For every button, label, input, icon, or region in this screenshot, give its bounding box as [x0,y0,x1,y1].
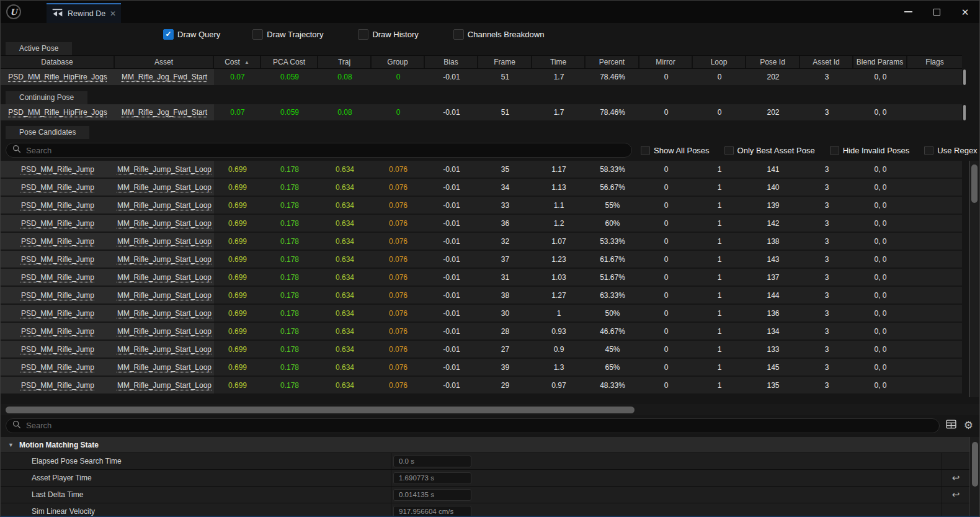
asset-link-cell[interactable]: PSD_MM_Rifle_Jump [1,377,115,393]
asset-link[interactable]: MM_Rifle_Jump_Start_Loop [117,219,212,228]
checkbox-only-best-asset-pose[interactable]: Only Best Asset Pose [724,146,815,155]
asset-link-cell[interactable]: MM_Rifle_Jump_Start_Loop [115,359,214,375]
checkbox-box[interactable] [641,146,650,155]
asset-link[interactable]: MM_Rifle_Jog_Fwd_Start [122,108,207,117]
asset-link-cell[interactable]: MM_Rifle_Jump_Start_Loop [115,215,214,232]
table-row[interactable]: PSD_MM_Rifle_JumpMM_Rifle_Jump_Start_Loo… [1,197,962,214]
asset-link-cell[interactable]: PSD_MM_Rifle_Jump [1,269,115,285]
database-link[interactable]: PSD_MM_Rifle_Jump [21,201,94,210]
asset-link[interactable]: MM_Rifle_Jump_Start_Loop [117,165,212,174]
candidates-scrollbar-thumb[interactable] [971,164,978,203]
checkbox-box[interactable] [724,146,734,155]
checkbox-box[interactable]: ✓ [163,29,174,40]
column-header-blend-params[interactable]: Blend Params [853,56,907,68]
table-row[interactable]: PSD_MM_Rifle_JumpMM_Rifle_Jump_Start_Loo… [1,359,962,375]
database-link[interactable]: PSD_MM_Rifle_Jump [21,237,94,246]
table-row[interactable]: PSD_MM_Rifle_JumpMM_Rifle_Jump_Start_Loo… [1,323,962,339]
asset-link[interactable]: MM_Rifle_Jump_Start_Loop [117,273,212,282]
column-header-cost[interactable]: Cost▲ [214,56,261,68]
asset-link[interactable]: MM_Rifle_Jump_Start_Loop [117,237,212,246]
motion-matching-state-header[interactable]: ▼ Motion Matching State [1,437,969,453]
table-row[interactable]: PSD_MM_Rifle_JumpMM_Rifle_Jump_Start_Loo… [1,215,962,232]
asset-link-cell[interactable]: PSD_MM_Rifle_HipFire_Jogs [1,69,115,85]
candidates-scrollbar-track[interactable] [969,161,979,397]
asset-link[interactable]: MM_Rifle_Jog_Fwd_Start [122,73,207,81]
column-header-loop[interactable]: Loop [693,56,746,68]
database-link[interactable]: PSD_MM_Rifle_Jump [21,327,94,336]
close-button[interactable]: ✕ [951,1,979,23]
database-link[interactable]: PSD_MM_Rifle_Jump [21,363,94,372]
asset-link-cell[interactable]: MM_Rifle_Jump_Start_Loop [115,287,214,303]
table-row[interactable]: PSD_MM_Rifle_JumpMM_Rifle_Jump_Start_Loo… [1,251,962,267]
tab-pose-candidates[interactable]: Pose Candidates [6,126,89,139]
database-link[interactable]: PSD_MM_Rifle_Jump [21,273,94,282]
column-header-traj[interactable]: Traj [318,56,372,68]
asset-link[interactable]: MM_Rifle_Jump_Start_Loop [117,345,212,354]
asset-link-cell[interactable]: MM_Rifle_Jump_Start_Loop [115,179,214,196]
horizontal-scrollbar-thumb[interactable] [6,407,635,413]
column-header-pca-cost[interactable]: PCA Cost [261,56,318,68]
asset-link-cell[interactable]: MM_Rifle_Jump_Start_Loop [115,305,214,321]
minimize-button[interactable] [894,1,922,23]
asset-link[interactable]: MM_Rifle_Jump_Start_Loop [117,291,212,300]
asset-link-cell[interactable]: PSD_MM_Rifle_Jump [1,161,115,178]
property-value-field[interactable]: 0.014135 s [393,489,471,501]
details-search-input[interactable] [26,421,933,430]
asset-link[interactable]: MM_Rifle_Jump_Start_Loop [117,201,212,210]
table-row[interactable]: PSD_MM_Rifle_JumpMM_Rifle_Jump_Start_Loo… [1,287,962,303]
asset-link[interactable]: MM_Rifle_Jump_Start_Loop [117,327,212,336]
asset-link[interactable]: MM_Rifle_Jump_Start_Loop [117,309,212,318]
column-header-bias[interactable]: Bias [425,56,478,68]
unreal-engine-logo[interactable]: U [6,4,21,19]
column-header-mirror[interactable]: Mirror [639,56,693,68]
asset-link-cell[interactable]: MM_Rifle_Jump_Start_Loop [115,377,214,393]
table-row[interactable]: PSD_MM_Rifle_HipFire_JogsMM_Rifle_Jog_Fw… [1,69,962,85]
checkbox-draw-history[interactable]: Draw History [358,29,418,40]
checkbox-box[interactable] [830,146,839,155]
checkbox-show-all-poses[interactable]: Show All Poses [641,146,710,155]
column-header-group[interactable]: Group [372,56,425,68]
database-link[interactable]: PSD_MM_Rifle_Jump [21,255,94,264]
database-link[interactable]: PSD_MM_Rifle_Jump [21,345,94,354]
asset-link-cell[interactable]: MM_Rifle_Jump_Start_Loop [115,197,214,214]
column-header-percent[interactable]: Percent [586,56,639,68]
asset-link[interactable]: MM_Rifle_Jump_Start_Loop [117,363,212,372]
column-header-flags[interactable]: Flags [907,56,962,68]
table-row[interactable]: PSD_MM_Rifle_JumpMM_Rifle_Jump_Start_Loo… [1,269,962,285]
asset-link-cell[interactable]: MM_Rifle_Jump_Start_Loop [115,161,214,178]
checkbox-box[interactable] [358,29,368,40]
asset-link-cell[interactable]: MM_Rifle_Jump_Start_Loop [115,269,214,285]
reset-to-default-icon[interactable]: ↩ [952,489,960,500]
table-row[interactable]: PSD_MM_Rifle_JumpMM_Rifle_Jump_Start_Loo… [1,341,962,357]
table-row[interactable]: PSD_MM_Rifle_JumpMM_Rifle_Jump_Start_Loo… [1,161,962,178]
property-value-field[interactable]: 1.690773 s [393,472,471,484]
asset-link-cell[interactable]: MM_Rifle_Jog_Fwd_Start [115,104,214,120]
database-link[interactable]: PSD_MM_Rifle_Jump [21,183,94,192]
gear-icon[interactable]: ⚙ [964,420,973,431]
column-header-asset-id[interactable]: Asset Id [800,56,853,68]
database-link[interactable]: PSD_MM_Rifle_HipFire_Jogs [8,73,107,81]
asset-link[interactable]: MM_Rifle_Jump_Start_Loop [117,255,212,264]
checkbox-channels-breakdown[interactable]: Channels Breakdown [453,29,545,40]
asset-link-cell[interactable]: PSD_MM_Rifle_Jump [1,359,115,375]
asset-link-cell[interactable]: MM_Rifle_Jog_Fwd_Start [115,69,214,85]
asset-link-cell[interactable]: MM_Rifle_Jump_Start_Loop [115,341,214,357]
database-link[interactable]: PSD_MM_Rifle_Jump [21,219,94,228]
database-link[interactable]: PSD_MM_Rifle_Jump [21,381,94,390]
details-scrollbar-track[interactable] [969,437,979,516]
tab-continuing-pose[interactable]: Continuing Pose [6,91,87,104]
details-scrollbar-thumb[interactable] [972,442,978,487]
table-row[interactable]: PSD_MM_Rifle_JumpMM_Rifle_Jump_Start_Loo… [1,179,962,196]
asset-link-cell[interactable]: MM_Rifle_Jump_Start_Loop [115,323,214,339]
asset-link-cell[interactable]: PSD_MM_Rifle_Jump [1,233,115,250]
checkbox-draw-trajectory[interactable]: Draw Trajectory [252,29,323,40]
reset-to-default-icon[interactable]: ↩ [952,472,960,483]
database-link[interactable]: PSD_MM_Rifle_Jump [21,291,94,300]
table-row[interactable]: PSD_MM_Rifle_JumpMM_Rifle_Jump_Start_Loo… [1,233,962,250]
active-pose-scrollbar-thumb[interactable] [963,70,966,85]
checkbox-use-regex[interactable]: Use Regex [924,146,977,155]
checkbox-box[interactable] [252,29,263,40]
tab-close-icon[interactable]: ✕ [110,9,116,18]
asset-link-cell[interactable]: PSD_MM_Rifle_Jump [1,179,115,196]
column-header-time[interactable]: Time [532,56,586,68]
